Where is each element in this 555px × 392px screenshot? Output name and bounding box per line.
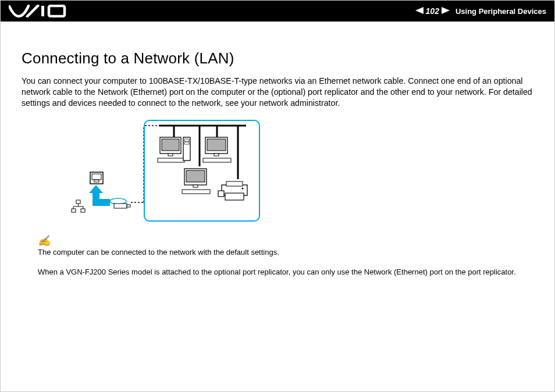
svg-point-47 <box>242 187 244 189</box>
page-heading: Connecting to a Network (LAN) <box>22 49 533 67</box>
svg-rect-31 <box>158 158 184 162</box>
svg-marker-3 <box>442 7 450 14</box>
svg-rect-1 <box>49 6 65 16</box>
svg-rect-45 <box>226 181 243 186</box>
svg-rect-19 <box>127 205 130 207</box>
svg-rect-37 <box>214 154 219 156</box>
header-right: 102 Using Peripheral Devices <box>415 6 546 16</box>
svg-rect-16 <box>99 199 110 206</box>
svg-rect-6 <box>94 180 99 182</box>
svg-marker-2 <box>415 7 424 14</box>
note-text-1: The computer can be connected to the net… <box>38 248 279 256</box>
note-icon: ✍ <box>38 235 51 247</box>
port-illustration <box>56 121 144 220</box>
network-topology <box>144 120 260 222</box>
intro-paragraph: You can connect your computer to 100BASE… <box>22 76 533 109</box>
svg-rect-46 <box>225 193 244 200</box>
svg-rect-13 <box>81 209 85 212</box>
svg-marker-15 <box>89 185 103 193</box>
next-page-icon[interactable] <box>442 6 450 16</box>
svg-rect-14 <box>92 192 99 206</box>
svg-rect-42 <box>182 190 210 194</box>
page-nav: 102 <box>415 6 450 16</box>
svg-rect-18 <box>114 204 127 208</box>
svg-rect-41 <box>193 185 198 187</box>
svg-rect-5 <box>92 174 101 180</box>
header-bar: 102 Using Peripheral Devices <box>1 1 554 22</box>
svg-rect-29 <box>162 139 179 151</box>
svg-rect-38 <box>203 158 231 162</box>
svg-rect-44 <box>218 191 224 197</box>
svg-rect-40 <box>186 170 205 182</box>
page-number: 102 <box>426 6 439 16</box>
svg-rect-0 <box>41 6 44 16</box>
svg-rect-30 <box>168 154 173 156</box>
prev-page-icon[interactable] <box>415 6 424 16</box>
section-title: Using Peripheral Devices <box>456 7 546 16</box>
network-diagram <box>56 120 533 222</box>
vaio-logo <box>9 5 67 17</box>
svg-rect-36 <box>207 139 226 151</box>
page-content: Connecting to a Network (LAN) You can co… <box>1 22 554 278</box>
svg-rect-7 <box>76 200 80 204</box>
note-block: ✍ The computer can be connected to the n… <box>38 232 533 279</box>
svg-rect-12 <box>72 209 76 212</box>
note-text-2: When a VGN-FJ200 Series model is attache… <box>38 268 516 276</box>
